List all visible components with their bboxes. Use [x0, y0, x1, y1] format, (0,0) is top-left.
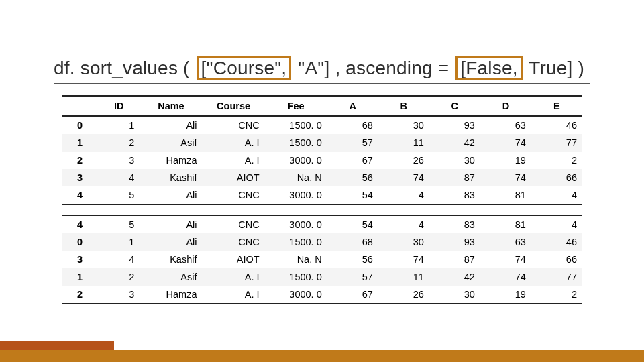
cell: 26	[378, 286, 429, 304]
cell: 42	[429, 268, 480, 286]
cell: 87	[429, 251, 480, 268]
cell: AIOT	[203, 169, 265, 186]
cell: Ali	[140, 233, 202, 251]
row-index: 3	[62, 169, 98, 186]
cell: 3000. 0	[265, 215, 327, 233]
cell: Ali	[140, 186, 202, 204]
row-index: 3	[62, 251, 98, 268]
cell: Ali	[140, 215, 202, 233]
cell: 66	[531, 169, 582, 186]
cell: 30	[378, 233, 429, 251]
cell: 3000. 0	[265, 186, 327, 204]
cell: Ali	[140, 116, 202, 134]
cell: 3000. 0	[265, 286, 327, 304]
cell: 4	[98, 169, 140, 186]
title-highlight-box: [False,	[455, 56, 522, 80]
cell: Hamza	[140, 286, 202, 304]
row-index: 0	[62, 116, 98, 134]
cell: 77	[531, 134, 582, 152]
table-header: ID Name Course Fee A B C D E	[62, 96, 582, 116]
cell: 1	[98, 116, 140, 134]
cell: 83	[429, 186, 480, 204]
cell: A. I	[203, 286, 265, 304]
cell: Asif	[140, 134, 202, 152]
row-index: 0	[62, 233, 98, 251]
cell: 74	[480, 134, 531, 152]
slide-title: df. sort_values ( ["Course", "A"] , asce…	[54, 58, 590, 84]
cell: 5	[98, 186, 140, 204]
table-row: 45AliCNC3000. 054483814	[62, 186, 582, 204]
cell: 77	[531, 268, 582, 286]
cell: 26	[378, 152, 429, 169]
table2-body: 45AliCNC3000. 05448381401AliCNC1500. 068…	[62, 215, 582, 304]
table-row: 23HamzaA. I3000. 0672630192	[62, 286, 582, 304]
cell: 74	[378, 251, 429, 268]
cell: 68	[327, 116, 378, 134]
footer-accent-bar	[0, 350, 644, 362]
table-row: 34KashifAIOTNa. N5674877466	[62, 251, 582, 268]
cell: 54	[327, 215, 378, 233]
cell: 4	[378, 215, 429, 233]
cell: 30	[378, 116, 429, 134]
col-e: E	[531, 96, 582, 116]
col-course: Course	[203, 96, 265, 116]
cell: 54	[327, 186, 378, 204]
cell: 74	[480, 169, 531, 186]
col-a: A	[327, 96, 378, 116]
row-index: 4	[62, 215, 98, 233]
sorted-dataframe-table: 45AliCNC3000. 05448381401AliCNC1500. 068…	[62, 215, 582, 304]
cell: 1500. 0	[265, 116, 327, 134]
cell: CNC	[203, 233, 265, 251]
cell: 2	[98, 134, 140, 152]
cell: 30	[429, 286, 480, 304]
slide: df. sort_values ( ["Course", "A"] , asce…	[0, 0, 644, 362]
col-c: C	[429, 96, 480, 116]
title-text: True] )	[524, 58, 584, 78]
cell: 46	[531, 233, 582, 251]
cell: 81	[480, 186, 531, 204]
table1-body: 01AliCNC1500. 0683093634612AsifA. I1500.…	[62, 116, 582, 204]
cell: CNC	[203, 186, 265, 204]
row-index: 1	[62, 134, 98, 152]
cell: Hamza	[140, 152, 202, 169]
cell: 4	[378, 186, 429, 204]
table-row: 34KashifAIOTNa. N5674877466	[62, 169, 582, 186]
cell: CNC	[203, 215, 265, 233]
cell: 11	[378, 134, 429, 152]
cell: A. I	[203, 134, 265, 152]
col-id: ID	[98, 96, 140, 116]
cell: AIOT	[203, 251, 265, 268]
cell: 67	[327, 152, 378, 169]
cell: 46	[531, 116, 582, 134]
cell: 57	[327, 268, 378, 286]
cell: 57	[327, 134, 378, 152]
cell: 4	[98, 251, 140, 268]
cell: 2	[531, 286, 582, 304]
table-row: 01AliCNC1500. 06830936346	[62, 116, 582, 134]
table-row: 12AsifA. I1500. 05711427477	[62, 134, 582, 152]
cell: 3	[98, 286, 140, 304]
row-index: 2	[62, 286, 98, 304]
cell: 1	[98, 233, 140, 251]
cell: 83	[429, 215, 480, 233]
cell: 74	[378, 169, 429, 186]
cell: 63	[480, 116, 531, 134]
table-row: 45AliCNC3000. 054483814	[62, 215, 582, 233]
cell: 4	[531, 215, 582, 233]
cell: 68	[327, 233, 378, 251]
cell: 3	[98, 152, 140, 169]
row-index: 1	[62, 268, 98, 286]
cell: 1500. 0	[265, 268, 327, 286]
cell: Kashif	[140, 169, 202, 186]
title-text: "A"] , ascending =	[292, 58, 454, 78]
cell: Na. N	[265, 169, 327, 186]
col-fee: Fee	[265, 96, 327, 116]
cell: 81	[480, 215, 531, 233]
cell: 2	[531, 152, 582, 169]
cell: 11	[378, 268, 429, 286]
cell: A. I	[203, 152, 265, 169]
col-d: D	[480, 96, 531, 116]
cell: 2	[98, 268, 140, 286]
cell: 19	[480, 152, 531, 169]
tables-area: ID Name Course Fee A B C D E 01AliCNC150…	[62, 95, 582, 304]
